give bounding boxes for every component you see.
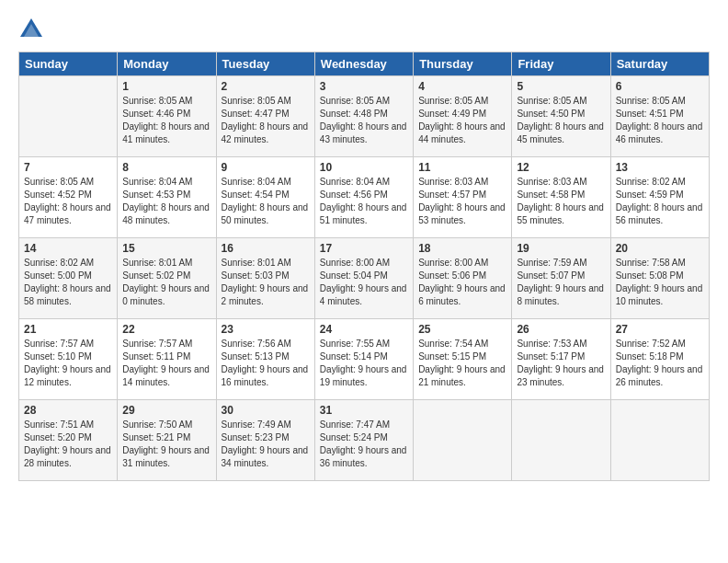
weekday-header: Thursday <box>414 52 512 76</box>
day-info: Sunrise: 7:52 AM Sunset: 5:18 PM Dayligh… <box>616 338 704 389</box>
sunrise-label: Sunrise: 8:05 AM <box>24 177 94 187</box>
day-number: 29 <box>122 404 210 417</box>
sunrise-label: Sunrise: 8:01 AM <box>222 258 291 268</box>
day-number: 17 <box>320 242 408 255</box>
sunrise-label: Sunrise: 7:55 AM <box>320 339 390 349</box>
day-info: Sunrise: 7:59 AM Sunset: 5:07 PM Dayligh… <box>517 257 605 308</box>
day-number: 2 <box>222 80 310 93</box>
sunset-label: Sunset: 5:20 PM <box>24 432 92 442</box>
daylight-label: Daylight: 8 hours and 56 minutes. <box>616 202 703 225</box>
calendar-cell: 18 Sunrise: 8:00 AM Sunset: 5:06 PM Dayl… <box>414 238 512 319</box>
calendar-cell: 23 Sunrise: 7:56 AM Sunset: 5:13 PM Dayl… <box>216 319 314 400</box>
day-info: Sunrise: 8:05 AM Sunset: 4:47 PM Dayligh… <box>222 95 310 146</box>
sunset-label: Sunset: 4:50 PM <box>517 109 585 119</box>
sunset-label: Sunset: 5:04 PM <box>320 270 388 281</box>
calendar-cell: 3 Sunrise: 8:05 AM Sunset: 4:48 PM Dayli… <box>314 76 413 157</box>
sunrise-label: Sunrise: 8:05 AM <box>616 96 686 106</box>
day-info: Sunrise: 7:47 AM Sunset: 5:24 PM Dayligh… <box>320 419 408 470</box>
calendar-cell <box>19 76 118 157</box>
weekday-header: Saturday <box>610 52 709 76</box>
day-info: Sunrise: 8:00 AM Sunset: 5:04 PM Dayligh… <box>320 257 408 308</box>
sunrise-label: Sunrise: 7:57 AM <box>24 339 94 349</box>
day-number: 10 <box>320 161 408 174</box>
daylight-label: Daylight: 9 hours and 16 minutes. <box>222 364 309 387</box>
sunset-label: Sunset: 5:06 PM <box>418 270 486 281</box>
weekday-header: Monday <box>118 52 216 76</box>
day-info: Sunrise: 7:49 AM Sunset: 5:23 PM Dayligh… <box>222 419 310 470</box>
calendar-cell: 28 Sunrise: 7:51 AM Sunset: 5:20 PM Dayl… <box>19 400 118 481</box>
day-number: 25 <box>418 323 506 336</box>
sunrise-label: Sunrise: 7:51 AM <box>24 419 94 430</box>
calendar-cell: 15 Sunrise: 8:01 AM Sunset: 5:02 PM Dayl… <box>118 238 216 319</box>
day-number: 16 <box>222 242 310 255</box>
sunset-label: Sunset: 5:17 PM <box>517 351 585 362</box>
calendar-cell: 19 Sunrise: 7:59 AM Sunset: 5:07 PM Dayl… <box>512 238 610 319</box>
logo-icon <box>18 17 44 42</box>
sunrise-label: Sunrise: 7:54 AM <box>418 339 488 349</box>
calendar-cell: 14 Sunrise: 8:02 AM Sunset: 5:00 PM Dayl… <box>19 238 118 319</box>
sunrise-label: Sunrise: 8:05 AM <box>222 96 291 106</box>
calendar-row: 21 Sunrise: 7:57 AM Sunset: 5:10 PM Dayl… <box>19 319 710 400</box>
sunrise-label: Sunrise: 7:57 AM <box>122 339 192 349</box>
daylight-label: Daylight: 9 hours and 0 minutes. <box>122 283 210 306</box>
day-info: Sunrise: 8:05 AM Sunset: 4:46 PM Dayligh… <box>122 95 210 146</box>
day-info: Sunrise: 8:05 AM Sunset: 4:50 PM Dayligh… <box>517 95 605 146</box>
sunrise-label: Sunrise: 7:52 AM <box>616 339 686 349</box>
day-number: 13 <box>616 161 704 174</box>
page: SundayMondayTuesdayWednesdayThursdayFrid… <box>0 0 728 490</box>
daylight-label: Daylight: 9 hours and 4 minutes. <box>320 283 407 306</box>
calendar-cell: 4 Sunrise: 8:05 AM Sunset: 4:49 PM Dayli… <box>414 76 512 157</box>
day-number: 21 <box>24 323 112 336</box>
day-number: 9 <box>222 161 310 174</box>
sunset-label: Sunset: 4:53 PM <box>122 190 190 200</box>
weekday-header: Sunday <box>19 52 118 76</box>
daylight-label: Daylight: 8 hours and 53 minutes. <box>418 202 506 225</box>
day-number: 19 <box>517 242 605 255</box>
calendar-cell: 13 Sunrise: 8:02 AM Sunset: 4:59 PM Dayl… <box>610 157 709 238</box>
day-info: Sunrise: 7:51 AM Sunset: 5:20 PM Dayligh… <box>24 419 112 470</box>
daylight-label: Daylight: 9 hours and 8 minutes. <box>517 283 604 306</box>
day-info: Sunrise: 7:54 AM Sunset: 5:15 PM Dayligh… <box>418 338 506 389</box>
calendar-cell: 31 Sunrise: 7:47 AM Sunset: 5:24 PM Dayl… <box>314 400 413 481</box>
sunset-label: Sunset: 4:58 PM <box>517 190 585 200</box>
day-number: 20 <box>616 242 704 255</box>
sunset-label: Sunset: 4:47 PM <box>222 109 290 119</box>
calendar-cell <box>414 400 512 481</box>
day-number: 27 <box>616 323 704 336</box>
sunset-label: Sunset: 5:03 PM <box>222 270 290 281</box>
sunset-label: Sunset: 4:49 PM <box>418 109 486 119</box>
sunset-label: Sunset: 4:56 PM <box>320 190 388 200</box>
calendar-cell: 5 Sunrise: 8:05 AM Sunset: 4:50 PM Dayli… <box>512 76 610 157</box>
daylight-label: Daylight: 9 hours and 28 minutes. <box>24 445 111 468</box>
logo <box>18 17 48 42</box>
weekday-header: Friday <box>512 52 610 76</box>
sunrise-label: Sunrise: 8:00 AM <box>418 258 488 268</box>
calendar-cell: 12 Sunrise: 8:03 AM Sunset: 4:58 PM Dayl… <box>512 157 610 238</box>
sunrise-label: Sunrise: 8:03 AM <box>418 177 488 187</box>
sunrise-label: Sunrise: 8:04 AM <box>122 177 192 187</box>
daylight-label: Daylight: 8 hours and 41 minutes. <box>122 121 210 144</box>
weekday-header: Wednesday <box>314 52 413 76</box>
calendar-row: 14 Sunrise: 8:02 AM Sunset: 5:00 PM Dayl… <box>19 238 710 319</box>
sunrise-label: Sunrise: 8:05 AM <box>320 96 390 106</box>
calendar-cell: 30 Sunrise: 7:49 AM Sunset: 5:23 PM Dayl… <box>216 400 314 481</box>
daylight-label: Daylight: 8 hours and 45 minutes. <box>517 121 604 144</box>
sunset-label: Sunset: 4:54 PM <box>222 190 290 200</box>
sunset-label: Sunset: 4:46 PM <box>122 109 190 119</box>
sunset-label: Sunset: 5:23 PM <box>222 432 290 442</box>
daylight-label: Daylight: 8 hours and 43 minutes. <box>320 121 407 144</box>
day-info: Sunrise: 8:05 AM Sunset: 4:49 PM Dayligh… <box>418 95 506 146</box>
calendar-row: 7 Sunrise: 8:05 AM Sunset: 4:52 PM Dayli… <box>19 157 710 238</box>
day-info: Sunrise: 7:53 AM Sunset: 5:17 PM Dayligh… <box>517 338 605 389</box>
sunrise-label: Sunrise: 7:47 AM <box>320 419 390 430</box>
sunrise-label: Sunrise: 7:58 AM <box>616 258 686 268</box>
daylight-label: Daylight: 8 hours and 47 minutes. <box>24 202 111 225</box>
calendar-cell <box>512 400 610 481</box>
daylight-label: Daylight: 9 hours and 34 minutes. <box>222 445 309 468</box>
daylight-label: Daylight: 8 hours and 44 minutes. <box>418 121 506 144</box>
day-info: Sunrise: 8:01 AM Sunset: 5:02 PM Dayligh… <box>122 257 210 308</box>
day-info: Sunrise: 8:05 AM Sunset: 4:51 PM Dayligh… <box>616 95 704 146</box>
sunrise-label: Sunrise: 8:03 AM <box>517 177 586 187</box>
day-info: Sunrise: 8:02 AM Sunset: 5:00 PM Dayligh… <box>24 257 112 308</box>
day-number: 14 <box>24 242 112 255</box>
